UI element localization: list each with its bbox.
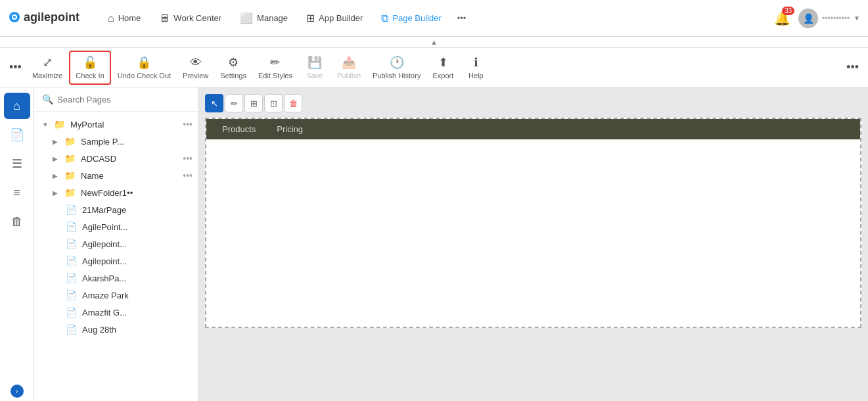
page-icon: 📄: [66, 204, 77, 215]
mini-copy-button[interactable]: ⊞: [244, 94, 263, 112]
more-icon-adcasd[interactable]: •••: [183, 153, 193, 164]
more-icon-name[interactable]: •••: [183, 170, 193, 181]
nav-more-button[interactable]: •••: [452, 9, 472, 27]
save-button[interactable]: 💾 Save: [299, 51, 331, 85]
mini-edit-button[interactable]: ✏: [225, 94, 243, 112]
left-icon-bar: ⌂ 📄 ☰ ≡ 🗑 ›: [0, 87, 34, 401]
page-icon: 📄: [66, 273, 77, 283]
help-button[interactable]: ℹ Help: [460, 51, 491, 85]
top-nav: agilepoint ⌂ Home 🖥 Work Center ⬜ Manage…: [0, 0, 868, 37]
notification-badge: 33: [782, 7, 794, 15]
maximize-button[interactable]: ⤢ Maximize: [27, 51, 68, 85]
pagebuilder-icon: ⧉: [381, 12, 388, 24]
export-icon: ⬆: [438, 55, 448, 70]
arrow-right-icon: ▶: [53, 189, 60, 197]
sidebar-tree: ▼ 📁 MyPortal ••• ▶ 📁 Sample P... ▶ 📁 ADC…: [34, 112, 198, 401]
nav-pagebuilder[interactable]: ⧉ Page Builder: [373, 9, 449, 28]
nav-manage[interactable]: ⬜ Manage: [232, 8, 296, 28]
nav-appbuilder[interactable]: ⊞ App Builder: [298, 8, 371, 28]
notification-button[interactable]: 🔔 33: [771, 8, 793, 29]
export-button[interactable]: ⬆ Export: [427, 51, 459, 85]
checkin-button[interactable]: 🔓 Check In: [69, 51, 110, 85]
tree-label-amazepark: Amaze Park: [82, 291, 193, 300]
mini-paste-button[interactable]: ⊡: [264, 94, 283, 112]
tree-item-agilepoint3[interactable]: 📄 Agilepoint...: [34, 252, 198, 270]
main-layout: ⌂ 📄 ☰ ≡ 🗑 › 🔍 ▼ 📁 MyPortal: [0, 87, 868, 401]
mini-delete-button[interactable]: 🗑: [284, 94, 302, 112]
nav-workcenter[interactable]: 🖥 Work Center: [151, 9, 229, 28]
arrow-right-icon: ▶: [53, 172, 60, 179]
left-collapse-icon: ›: [16, 387, 18, 395]
tree-label-myportal: MyPortal: [70, 120, 180, 130]
left-icon-trash[interactable]: 🗑: [4, 208, 30, 235]
page-icon: 📄: [66, 239, 77, 249]
page-canvas[interactable]: Products Pricing: [205, 118, 861, 328]
arrow-right-icon: ▶: [53, 155, 60, 162]
tree-item-agilepoint2[interactable]: 📄 Agilepoint...: [34, 235, 198, 252]
collapse-bar[interactable]: ▲: [0, 37, 868, 48]
tree-item-adcasd[interactable]: ▶ 📁 ADCASD •••: [34, 150, 198, 167]
tree-label-name: Name: [81, 171, 180, 181]
avatar: 👤: [798, 9, 818, 28]
canvas-area: ↖ ✏ ⊞ ⊡ 🗑 Products Pricing: [198, 87, 868, 401]
maximize-icon: ⤢: [43, 55, 53, 70]
undocheckout-button[interactable]: 🔒 Undo Check Out: [112, 51, 176, 85]
tree-label-aug28th: Aug 28th: [82, 325, 193, 335]
dashboard-icon: ⌂: [13, 99, 20, 113]
left-icon-pages[interactable]: 📄: [4, 122, 30, 148]
save-icon: 💾: [308, 55, 322, 70]
toolbar-right-more[interactable]: •••: [842, 58, 863, 77]
tree-item-amazepark[interactable]: 📄 Amaze Park: [34, 287, 198, 304]
tree-item-akarshpa[interactable]: 📄 AkarshPa...: [34, 270, 198, 287]
editstyles-icon: ✏: [270, 55, 280, 70]
more-icon-myportal[interactable]: •••: [183, 119, 193, 130]
folder-icon: 📁: [64, 136, 76, 147]
preview-icon: 👁: [190, 56, 202, 70]
search-input[interactable]: [57, 95, 190, 105]
left-collapse-button[interactable]: ›: [11, 385, 24, 398]
folder-icon: 📁: [64, 170, 76, 181]
tree-item-newfolder1[interactable]: ▶ 📁 NewFolder1••: [34, 184, 198, 201]
user-menu[interactable]: 👤 •••••••••• ▼: [798, 9, 860, 28]
folder-icon: 📁: [64, 187, 76, 198]
publish-button[interactable]: 📤 Publish: [332, 51, 366, 85]
left-icon-list[interactable]: ☰: [4, 151, 30, 177]
tree-item-myportal[interactable]: ▼ 📁 MyPortal •••: [34, 116, 198, 133]
page-body: [206, 139, 860, 310]
list2-icon: ≡: [13, 186, 20, 200]
publishhistory-button[interactable]: 🕐 Publish History: [367, 51, 426, 85]
mini-select-button[interactable]: ↖: [205, 94, 223, 112]
nav-home[interactable]: ⌂ Home: [100, 9, 148, 28]
main-toolbar: ••• ⤢ Maximize 🔓 Check In 🔒 Undo Check O…: [0, 48, 868, 87]
tree-label-akarshpa: AkarshPa...: [82, 273, 193, 283]
page-icon: 📄: [66, 290, 77, 300]
tree-item-agilepoint1[interactable]: 📄 AgilePoint...: [34, 218, 198, 235]
tree-item-amazfitg[interactable]: 📄 Amazfit G...: [34, 304, 198, 321]
arrow-down-icon: ▼: [42, 121, 50, 128]
publish-icon: 📤: [342, 55, 356, 70]
document-icon: 📄: [10, 128, 24, 142]
settings-button[interactable]: ⚙ Settings: [215, 51, 252, 85]
nav-right: 🔔 33 👤 •••••••••• ▼: [771, 8, 860, 29]
tab-products[interactable]: Products: [212, 119, 266, 139]
left-icon-list2[interactable]: ≡: [4, 179, 30, 206]
tree-item-name[interactable]: ▶ 📁 Name •••: [34, 167, 198, 184]
mini-toolbar: ↖ ✏ ⊞ ⊡ 🗑: [205, 94, 861, 112]
tree-label-samplep: Sample P...: [81, 137, 193, 147]
toolbar-more-button[interactable]: •••: [5, 58, 26, 77]
tree-item-samplep[interactable]: ▶ 📁 Sample P...: [34, 133, 198, 150]
sidebar-search-bar: 🔍: [34, 87, 198, 112]
preview-button[interactable]: 👁 Preview: [177, 51, 214, 85]
svg-point-2: [13, 16, 16, 18]
tree-label-agilepoint2: Agilepoint...: [82, 239, 193, 249]
tree-item-21marpage[interactable]: 📄 21MarPage: [34, 201, 198, 218]
chevron-up-icon: ▲: [430, 38, 438, 46]
left-icon-dashboard[interactable]: ⌂: [4, 93, 30, 119]
list-icon: ☰: [12, 156, 22, 171]
tab-pricing[interactable]: Pricing: [266, 119, 313, 139]
manage-icon: ⬜: [240, 12, 253, 24]
tree-label-21marpage: 21MarPage: [82, 205, 193, 215]
editstyles-button[interactable]: ✏ Edit Styles: [253, 51, 298, 85]
tree-item-aug28th[interactable]: 📄 Aug 28th: [34, 321, 198, 338]
page-icon: 📄: [66, 307, 77, 318]
